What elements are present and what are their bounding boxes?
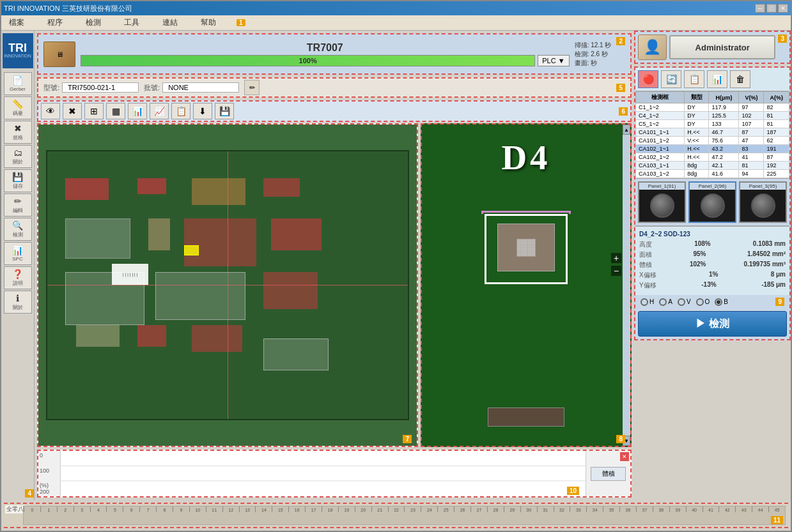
table-row[interactable]: CA103_1~28dg41.694225 [636,170,789,178]
sidebar-item-memory[interactable]: 🗂 關於 [4,145,32,168]
device-icon: 🖥 [43,42,75,67]
cell-v: 83 [739,145,764,153]
cell-type: H.<< [685,153,709,162]
right-tool-refresh[interactable]: 🔄 [661,70,681,88]
radio-b-label: B [724,298,728,305]
top-stats: 掃描: 12.1 秒 檢測: 2.6 秒 畫面: 秒 [575,41,612,68]
meas-pct: 102% [690,261,706,270]
toolbar-btn-eye[interactable]: 👁 [41,103,60,119]
radio-b[interactable]: B [715,298,728,306]
sidebar-item-measure[interactable]: 📏 碼量 [4,96,32,119]
menu-program[interactable]: 程序 [42,16,68,29]
badge-2: 2 [616,37,625,45]
cell-id: CA103_1~2 [636,170,685,178]
detect-button[interactable]: ▶ 檢測 [638,311,787,337]
menu-file[interactable]: 檔案 [4,16,29,29]
close-button[interactable]: ✕ [778,4,788,13]
right-tool-delete[interactable]: 🗑 [730,70,750,88]
cell-a: 62 [764,137,789,145]
toolbar-btn-grid[interactable]: ▦ [106,103,125,119]
sidebar-item-about[interactable]: ℹ 關於 [4,291,32,314]
toolbar-btn-cancel[interactable]: ✖ [63,103,82,119]
right-tool-table[interactable]: 📋 [684,70,704,88]
y-label-100: 100 [40,467,59,474]
progress-text: 100% [81,56,534,66]
image-time-label: 畫面: [575,59,589,66]
batch-label: 批號: [144,83,160,93]
plc-button[interactable]: PLC ▼ [538,55,569,66]
left-sidebar: TRI INNOVATION 📄 Gerber 📏 碼量 ✖ 規格 🗂 關於 � [1,31,35,500]
toolbar-btn-qr[interactable]: ⊞ [84,103,104,119]
minimize-button[interactable]: ─ [755,4,765,13]
cell-type: 8dg [685,170,709,178]
table-row[interactable]: C5_1~2DY13310781 [636,120,789,128]
toolbar-btn-chart1[interactable]: 📊 [128,103,147,119]
scan-time-row: 掃描: 12.1 秒 [575,41,612,50]
ruler-number: 29 [504,506,520,512]
sidebar-item-spc[interactable]: 📊 SPC [4,242,32,265]
panel-thumb-2[interactable]: Panel_2(96) [688,181,736,223]
toolbar-area: 👁 ✖ ⊞ ▦ 📊 📈 📋 ⬇ 💾 6 [37,100,632,122]
panel-thumb-3[interactable]: Panel_3(95) [739,181,787,223]
radio-a[interactable]: A [659,298,672,306]
admin-button[interactable]: Administrator [669,35,775,59]
radio-o[interactable]: O [696,298,710,306]
menu-connect[interactable]: 連結 [157,16,183,29]
zoom-out-button[interactable]: − [611,266,621,276]
scroll-up-button[interactable]: ▲ [623,125,630,135]
cell-a: 187 [764,128,789,137]
ruler-number: 28 [487,506,504,512]
right-tool-red[interactable]: 🔴 [638,70,658,88]
toolbar-btn-down[interactable]: ⬇ [193,103,212,119]
ruler-number: 39 [669,506,686,512]
sidebar-item-settings[interactable]: ✖ 規格 [4,121,32,144]
table-row[interactable]: CA102_1~2H.<<47.24187 [636,153,789,162]
menu-inspect[interactable]: 檢測 [81,16,106,29]
table-row[interactable]: CA101_1~1H.<<46.787187 [636,128,789,137]
badge-10: 10 [567,487,579,495]
menu-help[interactable]: 幫助 [196,16,221,29]
table-row[interactable]: CA102_1~1H.<<43.283191 [636,145,789,153]
sidebar-item-edit[interactable]: ✏ 編輯 [4,194,32,217]
ruler-number: 11 [206,506,222,512]
sidebar-item-zoom[interactable]: 🔍 檢測 [4,218,32,241]
maximize-button[interactable]: □ [766,4,777,13]
panel-thumb-1[interactable]: Panel_1(91) [638,181,686,223]
table-row[interactable]: CA103_1~18dg42.181192 [636,162,789,170]
radio-row: H A V O B [635,295,789,308]
panel-3-image [740,190,786,222]
gerber-icon: 📄 [12,75,23,86]
toolbar-btn-save2[interactable]: 💾 [215,103,234,119]
model-name: TR7007 [81,42,570,54]
sidebar-item-gerber[interactable]: 📄 Gerber [4,72,32,95]
pcb-comp-12 [76,325,120,346]
radio-h[interactable]: H [641,298,654,306]
ruler-label: 全零八 [5,505,25,513]
progress-bar: 100% [81,55,535,66]
meas-value: 0.1083 mm [753,240,786,249]
measurement-rows: 高度108%0.1083 mm面積95%1.84502 mm²體積102%0.1… [639,240,786,290]
zoom-in-button[interactable]: + [611,253,621,263]
sidebar-label-settings: 規格 [13,134,23,141]
menu-tools[interactable]: 工具 [119,16,144,29]
toolbar-btn-chart2[interactable]: 📈 [150,103,169,119]
radio-v[interactable]: V [678,298,691,306]
table-row[interactable]: CA101_1~2V.<<75.64762 [636,137,789,145]
right-panel: 🔴 🔄 📋 📊 🗑 檢測框 類型 H(μm) V [634,66,791,340]
panel-2-circle [701,194,725,218]
data-table: 檢測框 類型 H(μm) V(%) A(%) C1_1~2DY117.99782… [635,91,789,178]
table-row[interactable]: C1_1~2DY117.99782 [636,103,789,112]
sidebar-item-save[interactable]: 💾 儲存 [4,169,32,192]
chart-close-button[interactable]: ✕ [620,452,629,461]
right-tool-chart[interactable]: 📊 [707,70,727,88]
toolbar-btn-list[interactable]: 📋 [171,103,190,119]
pcb-selected-component [184,245,199,256]
table-row[interactable]: C4_1~2DY125.510281 [636,112,789,120]
chart-volume-button[interactable]: 體積 [591,467,626,481]
pcb-canvas: ||||||| [38,125,417,446]
ruler-number: 24 [421,506,437,512]
ruler-number: 3 [74,506,90,512]
sidebar-item-help[interactable]: ❓ 說明 [4,266,32,289]
cell-a: 82 [764,103,789,112]
edit-info-button[interactable]: ✏ [244,80,260,95]
